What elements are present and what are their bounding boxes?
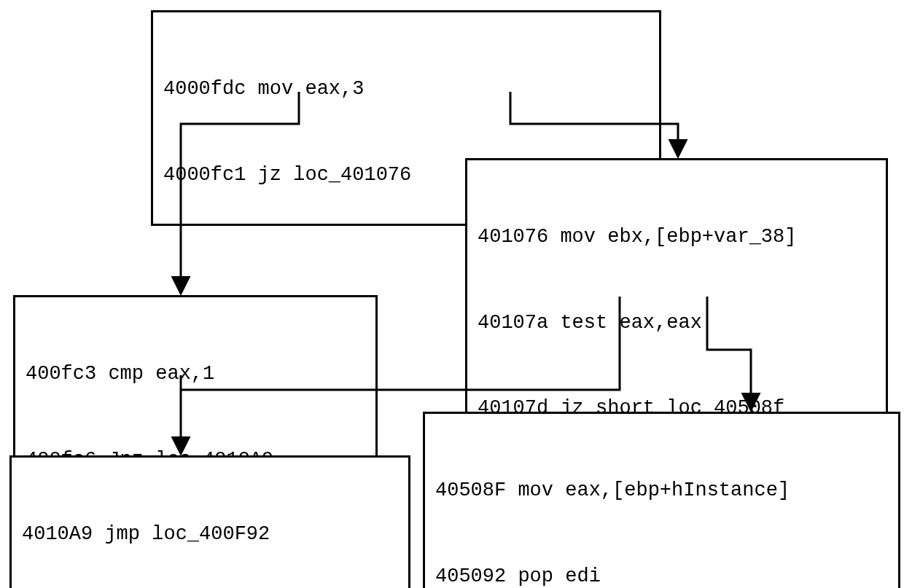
asm-line: 405092 pop edi [435,562,888,588]
block-40508F: 40508F mov eax,[ebp+hInstance] 405092 po… [423,412,900,588]
asm-line: 401076 mov ebx,[ebp+var_38] [478,223,876,251]
asm-line: 4010A9 jmp loc_400F92 [22,520,398,549]
asm-line: 400fc3 cmp eax,1 [26,360,365,388]
asm-line: 4000fdc mov eax,3 [163,75,649,103]
block-4010A9: 4010A9 jmp loc_400F92 4010A9 main endp [9,455,410,588]
asm-line: 40107a test eax,eax [478,309,876,337]
asm-line: 40508F mov eax,[ebp+hInstance] [435,477,888,505]
